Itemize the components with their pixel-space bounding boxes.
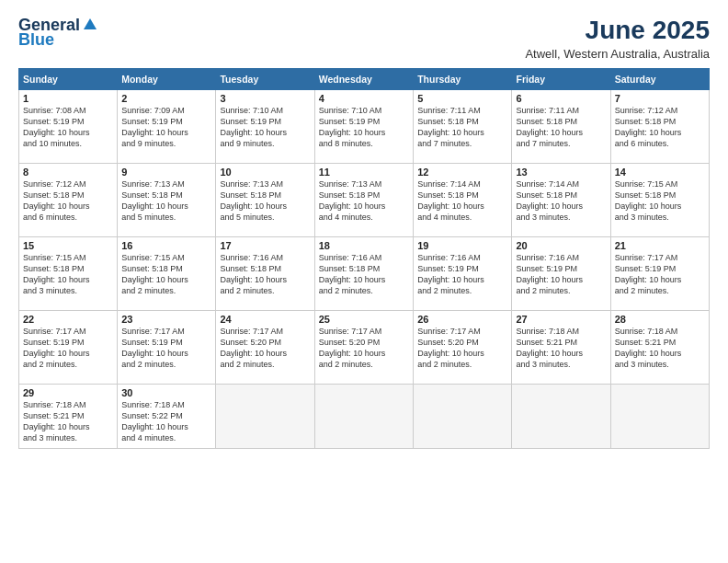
day-number: 4 xyxy=(319,93,409,104)
page: General Blue June 2025 Atwell, Western A… xyxy=(0,0,728,563)
day-cell: 10Sunrise: 7:13 AM Sunset: 5:18 PM Dayli… xyxy=(216,163,314,236)
title-block: June 2025 Atwell, Western Australia, Aus… xyxy=(525,17,710,61)
weekday-header-saturday: Saturday xyxy=(610,68,709,89)
day-number: 29 xyxy=(23,387,113,398)
month-title: June 2025 xyxy=(525,17,710,45)
day-number: 20 xyxy=(516,240,606,251)
day-detail: Sunrise: 7:17 AM Sunset: 5:19 PM Dayligh… xyxy=(23,326,113,371)
weekday-header-row: SundayMondayTuesdayWednesdayThursdayFrid… xyxy=(19,68,710,89)
day-detail: Sunrise: 7:11 AM Sunset: 5:18 PM Dayligh… xyxy=(417,105,507,150)
day-detail: Sunrise: 7:08 AM Sunset: 5:19 PM Dayligh… xyxy=(23,105,113,150)
day-cell: 29Sunrise: 7:18 AM Sunset: 5:21 PM Dayli… xyxy=(19,384,118,448)
day-detail: Sunrise: 7:12 AM Sunset: 5:18 PM Dayligh… xyxy=(615,105,705,150)
day-detail: Sunrise: 7:18 AM Sunset: 5:21 PM Dayligh… xyxy=(23,399,113,444)
day-detail: Sunrise: 7:11 AM Sunset: 5:18 PM Dayligh… xyxy=(516,105,606,150)
day-number: 21 xyxy=(615,240,705,251)
day-cell xyxy=(216,384,314,448)
day-detail: Sunrise: 7:15 AM Sunset: 5:18 PM Dayligh… xyxy=(23,252,113,297)
day-cell: 18Sunrise: 7:16 AM Sunset: 5:18 PM Dayli… xyxy=(314,236,413,310)
day-detail: Sunrise: 7:16 AM Sunset: 5:19 PM Dayligh… xyxy=(516,252,606,297)
day-detail: Sunrise: 7:16 AM Sunset: 5:18 PM Dayligh… xyxy=(220,252,310,297)
day-cell: 17Sunrise: 7:16 AM Sunset: 5:18 PM Dayli… xyxy=(216,236,314,310)
day-cell: 11Sunrise: 7:13 AM Sunset: 5:18 PM Dayli… xyxy=(314,163,413,236)
day-detail: Sunrise: 7:18 AM Sunset: 5:21 PM Dayligh… xyxy=(615,326,705,371)
week-row-5: 29Sunrise: 7:18 AM Sunset: 5:21 PM Dayli… xyxy=(19,384,710,448)
day-cell: 22Sunrise: 7:17 AM Sunset: 5:19 PM Dayli… xyxy=(19,310,118,384)
weekday-header-sunday: Sunday xyxy=(19,68,118,89)
day-cell: 16Sunrise: 7:15 AM Sunset: 5:18 PM Dayli… xyxy=(118,236,216,310)
day-number: 11 xyxy=(319,167,409,178)
week-row-3: 15Sunrise: 7:15 AM Sunset: 5:18 PM Dayli… xyxy=(19,236,710,310)
day-detail: Sunrise: 7:18 AM Sunset: 5:21 PM Dayligh… xyxy=(516,326,606,371)
day-cell: 5Sunrise: 7:11 AM Sunset: 5:18 PM Daylig… xyxy=(414,89,512,163)
day-cell: 27Sunrise: 7:18 AM Sunset: 5:21 PM Dayli… xyxy=(512,310,610,384)
day-cell xyxy=(414,384,512,448)
day-number: 19 xyxy=(417,240,507,251)
day-cell: 23Sunrise: 7:17 AM Sunset: 5:19 PM Dayli… xyxy=(118,310,216,384)
day-number: 26 xyxy=(417,314,507,325)
day-cell: 12Sunrise: 7:14 AM Sunset: 5:18 PM Dayli… xyxy=(414,163,512,236)
day-number: 27 xyxy=(516,314,606,325)
day-number: 12 xyxy=(417,167,507,178)
day-cell: 15Sunrise: 7:15 AM Sunset: 5:18 PM Dayli… xyxy=(19,236,118,310)
day-detail: Sunrise: 7:17 AM Sunset: 5:19 PM Dayligh… xyxy=(121,326,211,371)
day-cell: 19Sunrise: 7:16 AM Sunset: 5:19 PM Dayli… xyxy=(414,236,512,310)
weekday-header-friday: Friday xyxy=(512,68,610,89)
day-cell: 6Sunrise: 7:11 AM Sunset: 5:18 PM Daylig… xyxy=(512,89,610,163)
day-cell xyxy=(512,384,610,448)
day-number: 15 xyxy=(23,240,113,251)
day-number: 22 xyxy=(23,314,113,325)
day-cell: 28Sunrise: 7:18 AM Sunset: 5:21 PM Dayli… xyxy=(610,310,709,384)
day-cell: 14Sunrise: 7:15 AM Sunset: 5:18 PM Dayli… xyxy=(610,163,709,236)
calendar: SundayMondayTuesdayWednesdayThursdayFrid… xyxy=(18,68,710,449)
day-number: 28 xyxy=(615,314,705,325)
day-cell xyxy=(314,384,413,448)
day-detail: Sunrise: 7:13 AM Sunset: 5:18 PM Dayligh… xyxy=(121,178,211,224)
day-number: 7 xyxy=(615,93,705,104)
header: General Blue June 2025 Atwell, Western A… xyxy=(18,17,710,61)
day-cell: 30Sunrise: 7:18 AM Sunset: 5:22 PM Dayli… xyxy=(118,384,216,448)
day-detail: Sunrise: 7:16 AM Sunset: 5:18 PM Dayligh… xyxy=(319,252,409,297)
day-detail: Sunrise: 7:14 AM Sunset: 5:18 PM Dayligh… xyxy=(417,178,507,224)
day-detail: Sunrise: 7:17 AM Sunset: 5:20 PM Dayligh… xyxy=(220,326,310,371)
day-detail: Sunrise: 7:10 AM Sunset: 5:19 PM Dayligh… xyxy=(220,105,310,150)
day-cell xyxy=(610,384,709,448)
day-number: 18 xyxy=(319,240,409,251)
day-detail: Sunrise: 7:17 AM Sunset: 5:19 PM Dayligh… xyxy=(615,252,705,297)
day-cell: 4Sunrise: 7:10 AM Sunset: 5:19 PM Daylig… xyxy=(314,89,413,163)
day-number: 9 xyxy=(121,167,211,178)
day-detail: Sunrise: 7:17 AM Sunset: 5:20 PM Dayligh… xyxy=(319,326,409,371)
day-number: 23 xyxy=(121,314,211,325)
day-detail: Sunrise: 7:12 AM Sunset: 5:18 PM Dayligh… xyxy=(23,178,113,224)
weekday-header-tuesday: Tuesday xyxy=(216,68,314,89)
day-cell: 1Sunrise: 7:08 AM Sunset: 5:19 PM Daylig… xyxy=(19,89,118,163)
day-number: 5 xyxy=(417,93,507,104)
weekday-header-thursday: Thursday xyxy=(414,68,512,89)
day-number: 17 xyxy=(220,240,310,251)
logo-blue: Blue xyxy=(18,31,54,48)
day-detail: Sunrise: 7:13 AM Sunset: 5:18 PM Dayligh… xyxy=(220,178,310,224)
logo-icon xyxy=(82,17,98,33)
logo: General Blue xyxy=(18,17,97,48)
week-row-4: 22Sunrise: 7:17 AM Sunset: 5:19 PM Dayli… xyxy=(19,310,710,384)
day-detail: Sunrise: 7:17 AM Sunset: 5:20 PM Dayligh… xyxy=(417,326,507,371)
day-cell: 25Sunrise: 7:17 AM Sunset: 5:20 PM Dayli… xyxy=(314,310,413,384)
day-number: 6 xyxy=(516,93,606,104)
day-detail: Sunrise: 7:18 AM Sunset: 5:22 PM Dayligh… xyxy=(121,399,211,444)
day-detail: Sunrise: 7:13 AM Sunset: 5:18 PM Dayligh… xyxy=(319,178,409,224)
location-title: Atwell, Western Australia, Australia xyxy=(525,47,710,61)
week-row-2: 8Sunrise: 7:12 AM Sunset: 5:18 PM Daylig… xyxy=(19,163,710,236)
day-number: 10 xyxy=(220,167,310,178)
day-detail: Sunrise: 7:16 AM Sunset: 5:19 PM Dayligh… xyxy=(417,252,507,297)
day-number: 1 xyxy=(23,93,113,104)
day-detail: Sunrise: 7:15 AM Sunset: 5:18 PM Dayligh… xyxy=(615,178,705,224)
day-cell: 3Sunrise: 7:10 AM Sunset: 5:19 PM Daylig… xyxy=(216,89,314,163)
day-cell: 20Sunrise: 7:16 AM Sunset: 5:19 PM Dayli… xyxy=(512,236,610,310)
day-cell: 9Sunrise: 7:13 AM Sunset: 5:18 PM Daylig… xyxy=(118,163,216,236)
day-cell: 2Sunrise: 7:09 AM Sunset: 5:19 PM Daylig… xyxy=(118,89,216,163)
day-cell: 7Sunrise: 7:12 AM Sunset: 5:18 PM Daylig… xyxy=(610,89,709,163)
day-cell: 8Sunrise: 7:12 AM Sunset: 5:18 PM Daylig… xyxy=(19,163,118,236)
day-number: 2 xyxy=(121,93,211,104)
day-cell: 21Sunrise: 7:17 AM Sunset: 5:19 PM Dayli… xyxy=(610,236,709,310)
day-number: 16 xyxy=(121,240,211,251)
